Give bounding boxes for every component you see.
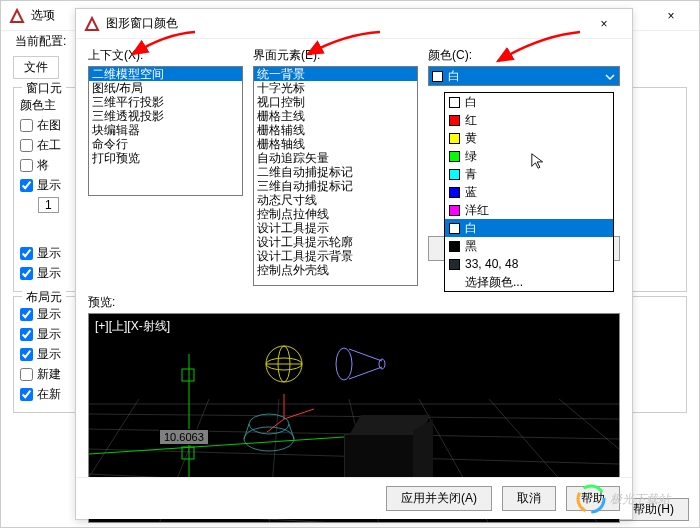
element-item[interactable]: 十字光标: [254, 81, 417, 95]
color-combo[interactable]: 白: [428, 66, 620, 86]
color-swatch: [449, 151, 460, 162]
element-item[interactable]: 设计工具提示背景: [254, 249, 417, 263]
svg-line-30: [244, 424, 249, 439]
element-item[interactable]: 控制点拉伸线: [254, 207, 417, 221]
context-item[interactable]: 三维平行投影: [89, 95, 242, 109]
color-swatch: [449, 187, 460, 198]
color-option[interactable]: 青: [445, 165, 613, 183]
context-item[interactable]: 块编辑器: [89, 123, 242, 137]
svg-line-25: [284, 409, 314, 419]
svg-line-23: [349, 367, 382, 379]
svg-line-22: [349, 349, 382, 361]
color-swatch: [449, 115, 460, 126]
svg-line-1: [89, 414, 619, 419]
context-item[interactable]: 打印预览: [89, 151, 242, 165]
close-button[interactable]: ×: [651, 2, 691, 30]
app-icon-2: [84, 16, 100, 32]
element-item[interactable]: 自动追踪矢量: [254, 151, 417, 165]
color-option[interactable]: 洋红: [445, 201, 613, 219]
apply-close-button[interactable]: 应用并关闭(A): [386, 486, 492, 511]
help-button-2[interactable]: 帮助: [566, 486, 620, 511]
element-item[interactable]: 动态尺寸线: [254, 193, 417, 207]
element-item[interactable]: 二维自动捕捉标记: [254, 165, 417, 179]
color-swatch: [449, 241, 460, 252]
element-item[interactable]: 设计工具提示: [254, 221, 417, 235]
color-option[interactable]: 蓝: [445, 183, 613, 201]
context-listbox[interactable]: 二维模型空间图纸/布局三维平行投影三维透视投影块编辑器命令行打印预览: [88, 66, 243, 196]
color-swatch: [449, 223, 460, 234]
svg-point-21: [336, 348, 352, 380]
color-option[interactable]: 黑: [445, 237, 613, 255]
preview-label: 预览:: [88, 294, 620, 311]
tab-file[interactable]: 文件: [13, 56, 59, 79]
color-swatch: [449, 259, 460, 270]
cursor-icon: [530, 152, 548, 173]
color-swatch: [449, 97, 460, 108]
app-icon: [9, 8, 25, 24]
color-option[interactable]: 绿: [445, 147, 613, 165]
dialog-button-row: 应用并关闭(A) 取消 帮助: [76, 477, 632, 519]
context-item[interactable]: 命令行: [89, 137, 242, 151]
selected-color-text: 白: [448, 68, 460, 85]
coord-a: 10.6063: [159, 429, 209, 445]
chevron-down-icon: [603, 70, 617, 84]
svg-rect-15: [182, 369, 194, 381]
color-label: 颜色(C):: [428, 47, 620, 64]
element-item[interactable]: 栅格主线: [254, 109, 417, 123]
svg-rect-16: [182, 447, 194, 459]
element-listbox[interactable]: 统一背景十字光标视口控制栅格主线栅格辅线栅格轴线自动追踪矢量二维自动捕捉标记三维…: [253, 66, 418, 286]
element-item[interactable]: 栅格轴线: [254, 137, 417, 151]
cancel-button[interactable]: 取消: [502, 486, 556, 511]
color-option[interactable]: 白: [445, 93, 613, 111]
color-option[interactable]: 白: [445, 219, 613, 237]
color-swatch: [449, 169, 460, 180]
context-item[interactable]: 图纸/布局: [89, 81, 242, 95]
colors-titlebar: 图形窗口颜色 ×: [76, 9, 632, 39]
element-item[interactable]: 控制点外壳线: [254, 263, 417, 277]
context-item[interactable]: 三维透视投影: [89, 109, 242, 123]
element-item[interactable]: 栅格辅线: [254, 123, 417, 137]
color-option[interactable]: 红: [445, 111, 613, 129]
svg-line-27: [267, 419, 284, 432]
context-item[interactable]: 二维模型空间: [89, 67, 242, 81]
element-label: 界面元素(E):: [253, 47, 418, 64]
color-swatch: [449, 205, 460, 216]
svg-line-31: [289, 424, 294, 439]
selected-swatch: [432, 71, 443, 82]
color-swatch: [449, 133, 460, 144]
element-item[interactable]: 视口控制: [254, 95, 417, 109]
element-item[interactable]: 统一背景: [254, 67, 417, 81]
element-item[interactable]: 三维自动捕捉标记: [254, 179, 417, 193]
colors-title: 图形窗口颜色: [106, 15, 584, 32]
color-dropdown[interactable]: 白红黄绿青蓝洋红白黑33, 40, 48选择颜色...: [444, 92, 614, 292]
colors-dialog: 图形窗口颜色 × 上下文(X): 二维模型空间图纸/布局三维平行投影三维透视投影…: [75, 8, 633, 520]
color-option[interactable]: 选择颜色...: [445, 273, 613, 291]
colors-close-button[interactable]: ×: [584, 10, 624, 38]
context-label: 上下文(X):: [88, 47, 243, 64]
color-option[interactable]: 33, 40, 48: [445, 255, 613, 273]
element-item[interactable]: 设计工具提示轮廓: [254, 235, 417, 249]
color-option[interactable]: 黄: [445, 129, 613, 147]
